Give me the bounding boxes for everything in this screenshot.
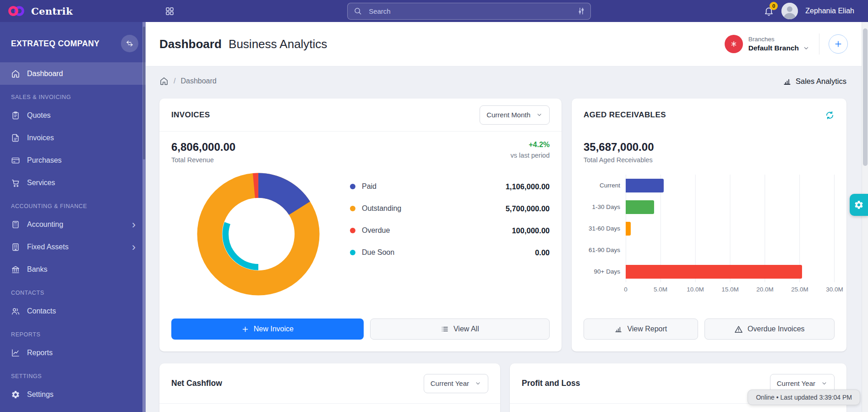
page-title-main: Dashboard	[159, 37, 222, 51]
chevron-down-icon	[536, 111, 543, 118]
invoices-body: 6,806,000.00 Total Revenue +4.2% vs last…	[159, 132, 562, 297]
sidebar-item-purchases[interactable]: Purchases	[0, 149, 146, 171]
invoices-chart-row: Paid 1,106,000.00 Outstanding 5,700,000.…	[171, 168, 550, 297]
overdue-dot	[350, 228, 355, 233]
plus-icon	[834, 39, 843, 49]
invoices-card-header: INVOICES Current Month	[159, 99, 562, 132]
sidebar-item-reports[interactable]: Reports	[0, 341, 146, 364]
search-filter-button[interactable]	[577, 6, 586, 17]
sidebar-item-services[interactable]: Services	[0, 171, 146, 194]
chevron-down-icon	[475, 380, 481, 387]
apps-grid-button[interactable]	[165, 6, 175, 16]
profit-loss-title: Profit and Loss	[522, 379, 580, 388]
bar-1-30-days	[626, 200, 654, 214]
gear-icon	[854, 200, 864, 210]
sidebar-scrollbar[interactable]	[142, 22, 146, 412]
branch-logo	[725, 35, 743, 53]
sidebar-item-banks[interactable]: Banks	[0, 258, 146, 280]
invoices-delta: +4.2%	[511, 141, 550, 149]
new-invoice-button[interactable]: New Invoice	[171, 319, 364, 340]
net-cashflow-title: Net Cashflow	[171, 379, 222, 388]
sidebar-item-contacts[interactable]: Contacts	[0, 300, 146, 322]
topbar-right: 0 Zephania Eliah	[764, 3, 868, 19]
status-toast: Online • Last updated 3:39:04 PM	[748, 390, 860, 405]
invoices-title: INVOICES	[171, 110, 210, 120]
company-name: EXTRATEQ COMPANY	[11, 39, 99, 49]
sidebar-collapse-button[interactable]	[121, 35, 138, 52]
branch-selector-area: Branches Default Branch	[725, 33, 848, 55]
axis-tick: 20.0M	[756, 286, 774, 293]
header-divider	[819, 33, 819, 55]
new-invoice-label: New Invoice	[254, 325, 294, 333]
sidebar-section-settings: SETTINGS	[0, 364, 146, 383]
sidebar-item-fixed-assets[interactable]: Fixed Assets ›	[0, 236, 146, 258]
notification-badge: 0	[770, 2, 778, 10]
centrik-logo-icon	[7, 5, 26, 17]
invoices-period-select[interactable]: Current Month	[480, 105, 550, 125]
branches-label: Branches	[748, 36, 810, 43]
sales-analytics-link[interactable]: Sales Analytics	[783, 77, 846, 86]
chevron-down-icon	[821, 380, 828, 387]
sidebar-item-quotes[interactable]: Quotes	[0, 104, 146, 126]
overdue-invoices-button[interactable]: Overdue Invoices	[704, 319, 835, 340]
sidebar-item-invoices[interactable]: Invoices	[0, 126, 146, 149]
axis-tick: 25.0M	[791, 286, 808, 293]
sidebar-item-label: Fixed Assets	[27, 243, 69, 251]
legend-label: Due Soon	[362, 248, 394, 257]
refresh-icon	[825, 110, 835, 120]
branch-name: Default Branch	[748, 44, 799, 52]
sidebar-item-label: Contacts	[27, 307, 56, 315]
profit-loss-period-value: Current Year	[777, 379, 815, 387]
view-report-button[interactable]: View Report	[584, 319, 698, 340]
axis-tick: 5.0M	[654, 286, 667, 293]
breadcrumb-current: Dashboard	[180, 77, 216, 85]
notifications-button[interactable]: 0	[764, 6, 774, 16]
bar-track	[626, 261, 834, 282]
sidebar-scrollbar-thumb[interactable]	[143, 27, 145, 159]
refresh-button[interactable]	[825, 110, 835, 120]
settings-fab-button[interactable]	[850, 194, 868, 216]
gear-icon	[11, 390, 20, 399]
window-scrollbar[interactable]	[862, 22, 868, 412]
view-all-button[interactable]: View All	[370, 319, 550, 340]
aged-title: AGED RECEIVABLES	[584, 110, 666, 120]
page-title: Dashboard Business Analytics	[159, 37, 327, 51]
sidebar-item-label: Services	[27, 179, 55, 187]
main-content: Dashboard Business Analytics Branches De…	[146, 22, 862, 412]
shopping-cart-icon	[11, 178, 20, 187]
sidebar-section-accounting-finance: ACCOUNTING & FINANCE	[0, 194, 146, 213]
legend-label: Outstanding	[362, 204, 401, 213]
credit-card-icon	[11, 156, 20, 165]
sidebar-item-label: Settings	[27, 390, 54, 399]
branch-dropdown[interactable]: Default Branch	[748, 44, 810, 52]
sidebar-item-label: Quotes	[27, 111, 51, 120]
sidebar-item-settings[interactable]: Settings	[0, 383, 146, 406]
bar-track	[626, 175, 834, 196]
topbar: Centrik 0	[0, 0, 868, 22]
page-header: Dashboard Business Analytics Branches De…	[146, 22, 862, 66]
net-cashflow-period-select[interactable]: Current Year	[424, 374, 488, 393]
paid-dot	[350, 184, 355, 189]
sidebar-item-dashboard[interactable]: Dashboard	[0, 62, 146, 85]
search-input[interactable]	[347, 3, 591, 20]
bank-icon	[11, 265, 20, 274]
bar-90-plus-days	[626, 265, 802, 279]
sidebar-item-label: Accounting	[27, 220, 63, 229]
sidebar-item-label: Reports	[27, 349, 53, 357]
home-icon	[11, 69, 20, 78]
bar-track	[626, 196, 834, 218]
home-icon[interactable]	[159, 77, 169, 86]
due-soon-dot	[350, 250, 355, 255]
invoices-footer: New Invoice View All	[159, 319, 562, 352]
window-scrollbar-thumb[interactable]	[863, 28, 868, 166]
apps-grid-icon	[165, 6, 175, 16]
add-button[interactable]	[829, 34, 848, 54]
aged-body: 35,687,000.00 Total Aged Receivables Cur…	[572, 132, 846, 294]
sidebar-item-label: Invoices	[27, 134, 54, 142]
sidebar-item-accounting[interactable]: Accounting ›	[0, 213, 146, 236]
bar-current	[626, 179, 664, 192]
plus-icon	[241, 325, 249, 333]
clipboard-icon	[11, 111, 20, 120]
net-cashflow-card: Net Cashflow Current Year	[159, 363, 500, 412]
user-avatar[interactable]	[781, 3, 798, 19]
